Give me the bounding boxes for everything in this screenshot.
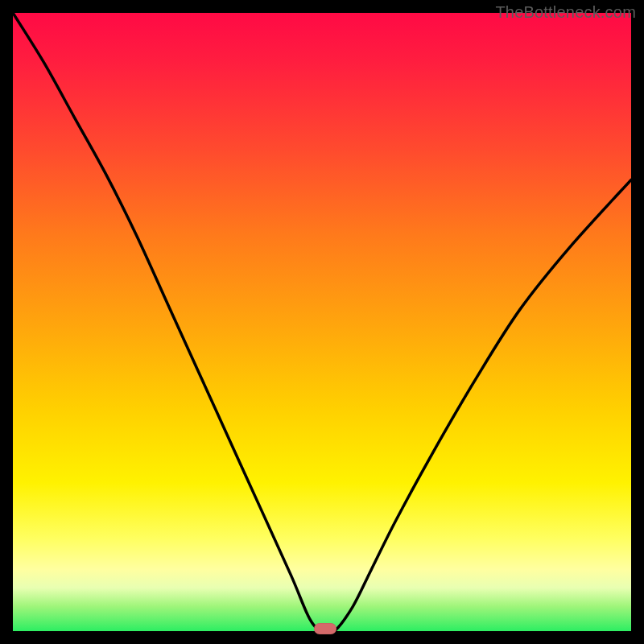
min-marker (314, 623, 336, 634)
chart-stage: TheBottleneck.com (0, 0, 644, 644)
plot-area (13, 13, 631, 631)
watermark-text: TheBottleneck.com (495, 3, 636, 22)
